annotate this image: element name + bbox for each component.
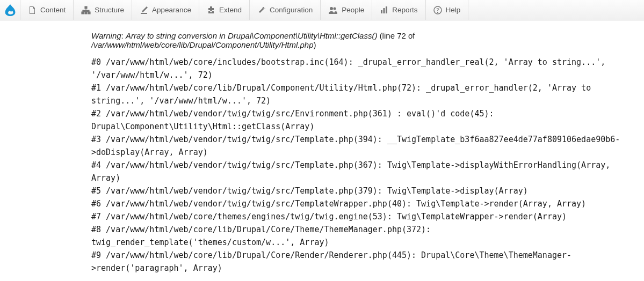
- help-icon: [433, 6, 442, 14]
- admin-toolbar: Content Structure Appearance Extend Conf…: [0, 0, 644, 20]
- warning-line-number: 72: [397, 31, 406, 40]
- svg-point-5: [334, 7, 336, 10]
- toolbar-item-extend[interactable]: Extend: [199, 0, 250, 20]
- toolbar-item-reports[interactable]: Reports: [372, 0, 425, 20]
- error-content: Warning: Array to string conversion in D…: [0, 20, 644, 281]
- appearance-icon: [140, 6, 148, 14]
- svg-rect-0: [85, 6, 87, 9]
- svg-rect-3: [88, 12, 90, 14]
- toolbar-label: Content: [40, 6, 66, 14]
- toolbar-item-configuration[interactable]: Configuration: [250, 0, 321, 20]
- svg-rect-7: [383, 8, 385, 13]
- drupal-logo[interactable]: [0, 0, 20, 20]
- configuration-icon: [257, 6, 266, 14]
- warning-of: of: [408, 31, 415, 40]
- toolbar-item-appearance[interactable]: Appearance: [132, 0, 199, 20]
- svg-rect-2: [85, 12, 87, 14]
- warning-line-label: (line: [380, 31, 395, 40]
- warning-code: Drupal\Component\Utility\Html::getClass(…: [228, 31, 377, 40]
- toolbar-label: Reports: [392, 6, 417, 14]
- toolbar-item-help[interactable]: Help: [426, 0, 469, 20]
- warning-close: ): [313, 40, 316, 49]
- toolbar-item-content[interactable]: Content: [20, 0, 74, 20]
- extend-icon: [207, 6, 215, 14]
- people-icon: [328, 6, 338, 14]
- toolbar-item-structure[interactable]: Structure: [74, 0, 132, 20]
- toolbar-label: Extend: [219, 6, 242, 14]
- content-icon: [28, 6, 37, 14]
- svg-rect-6: [381, 10, 382, 13]
- structure-icon: [81, 6, 91, 14]
- warning-prefix: Warning: [91, 31, 121, 40]
- drupal-icon: [5, 4, 16, 16]
- warning-message: Array to string conversion in: [126, 31, 226, 40]
- svg-point-4: [330, 7, 333, 10]
- svg-rect-8: [386, 6, 387, 13]
- stack-trace: #0 /var/www/html/web/core/includes/boots…: [91, 56, 639, 275]
- reports-icon: [380, 6, 388, 14]
- toolbar-item-people[interactable]: People: [321, 0, 372, 20]
- svg-rect-1: [82, 12, 84, 14]
- toolbar-label: Structure: [95, 6, 124, 14]
- toolbar-label: Appearance: [152, 6, 191, 14]
- toolbar-label: Configuration: [270, 6, 313, 14]
- toolbar-label: People: [342, 6, 364, 14]
- toolbar-label: Help: [446, 6, 461, 14]
- warning-file: /var/www/html/web/core/lib/Drupal/Compon…: [91, 40, 313, 49]
- warning-header: Warning: Array to string conversion in D…: [91, 31, 639, 49]
